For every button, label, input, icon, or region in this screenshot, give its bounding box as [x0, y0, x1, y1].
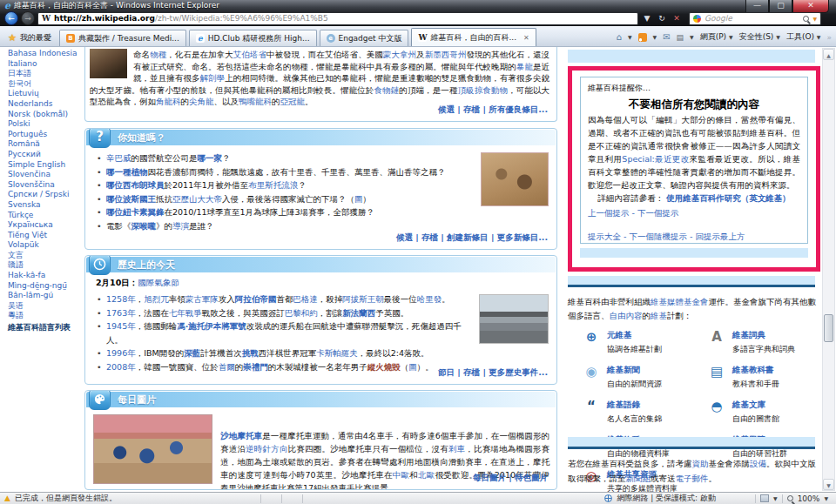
history-item[interactable]: 2008年，韓國一號國寶、位於首爾的崇禮門的木製城樓被一名老年男子縱火燒毀（圖）… [106, 360, 469, 374]
tab-engadget[interactable]: e Engadget 中文版 [320, 30, 409, 46]
tip-body: 因為每個人可以「編輯」大部分的條目，當然帶有偏見、過期、或者不正確的資訊也有可能… [588, 113, 800, 192]
forward-button[interactable]: → [21, 11, 35, 25]
dyk-item[interactable]: 哪位波斯國王抵抗亞歷山大大帝入侵，最後落得國家滅亡的下場？（圖） [106, 192, 469, 206]
tab-wikipedia-active[interactable]: W 維基百科，自由的百科... ✕ [411, 28, 536, 46]
sister-project-item[interactable]: ◉ 維基新聞自由的新聞資源 [582, 363, 693, 390]
sister-project-item[interactable]: A 維基詞典多語言字典和詞典 [707, 328, 819, 355]
featured-article-image[interactable] [90, 49, 127, 78]
language-link[interactable]: Bahasa Indonesia [8, 49, 84, 59]
tools-menu-button[interactable]: 工具(O) ▼ [786, 31, 821, 43]
tip-detail[interactable]: 詳細內容請參看： 使用維基百科作研究（英文維基） [588, 192, 800, 205]
language-link[interactable]: Slovenčina [8, 170, 84, 180]
security-menu-button[interactable]: 安全性(S) ▼ [739, 31, 780, 43]
language-link[interactable]: 贛語 [8, 260, 84, 271]
zoom-level[interactable]: 100% [798, 494, 820, 503]
language-link[interactable]: Italiano [8, 59, 84, 70]
history-item[interactable]: 1763年，法國在七年戰爭戰敗之後，與英國簽訂巴黎和約，割讓新法蘭西予英國。 [106, 306, 469, 320]
right-column-top-strip [568, 50, 815, 63]
favorites-label: 我的最愛 [20, 32, 51, 44]
language-link[interactable]: Bân-lâm-gú [8, 291, 84, 301]
language-link[interactable]: Polski [8, 119, 84, 130]
language-link[interactable]: Русский [8, 150, 84, 160]
wikiquote-icon: “ [582, 398, 601, 417]
search-magnifier-icon[interactable] [803, 16, 809, 22]
tab-close-icon[interactable]: ✕ [523, 34, 529, 42]
search-box[interactable]: Google ▼ [689, 12, 821, 25]
language-link[interactable]: Mìng-dĕ̤ng-ngṳ̄ [8, 281, 84, 292]
scroll-up-icon[interactable]: ▲ [823, 49, 834, 60]
print-icon[interactable]: ▤ [677, 33, 684, 42]
home-icon[interactable]: ⌂ [617, 33, 622, 42]
language-link[interactable]: Hak-kâ-fa [8, 271, 84, 281]
history-item[interactable]: 1258年，旭烈兀率領蒙古軍隊攻入阿拉伯帝國首都巴格達，殺掉阿拔斯王朝最後一位哈… [106, 292, 469, 306]
language-link[interactable]: Українська [8, 220, 84, 231]
back-button[interactable]: ← [4, 11, 18, 25]
language-link[interactable]: Slovenščina [8, 180, 84, 191]
vertical-scrollbar[interactable]: ▲ ▼ [822, 48, 835, 491]
favorites-button[interactable]: ★ 我的最愛 [0, 32, 59, 46]
language-link[interactable]: Tiếng Việt [8, 231, 84, 241]
scroll-down-icon[interactable]: ▼ [823, 479, 834, 490]
featured-footer-links[interactable]: 候選 | 存檔 | 所有優良條目... [438, 104, 548, 116]
language-link[interactable]: 吴语 [8, 301, 84, 312]
language-link[interactable]: Türkçe [8, 211, 84, 221]
language-link[interactable]: 文言 [8, 251, 84, 261]
dyk-item[interactable]: 電影《深喉嚨》的導演是誰？ [106, 219, 469, 233]
sister-project-item[interactable]: ⊕ 元維基協調各維基計劃 [582, 328, 693, 355]
sister-project-item[interactable]: “ 維基語錄名人名言的集錦 [582, 398, 693, 425]
history-image[interactable] [479, 294, 549, 344]
address-bar[interactable]: W http://zh.wikipedia.org/zh-tw/Wikipedi… [37, 12, 638, 25]
home-dropdown-icon[interactable]: ▼ [628, 34, 632, 40]
tip-detail-link[interactable]: 使用維基百科作研究（英文維基） [666, 193, 791, 203]
zoom-dropdown-icon[interactable]: ▼ [824, 495, 828, 501]
rss-icon[interactable] [638, 33, 647, 42]
tab-hdclub[interactable]: e HD.Club 精研視務所 High... [189, 30, 317, 46]
history-footer-links[interactable]: 節日 | 存檔 | 更多歷史事件... [438, 367, 548, 379]
rss-dropdown-icon[interactable]: ▼ [653, 34, 657, 40]
dyk-item[interactable]: 哪位西布朗球員於2011年1月被外借至布里斯托流浪？ [106, 178, 469, 192]
language-link[interactable]: Nederlands [8, 99, 84, 110]
language-link[interactable]: Română [8, 139, 84, 150]
language-link[interactable]: Lietuvių [8, 89, 84, 99]
mail-icon[interactable]: ✉ [663, 33, 670, 42]
language-link[interactable]: 日本語 [8, 69, 84, 79]
address-dropdown-icon[interactable]: ▼ [641, 12, 653, 25]
dyk-image[interactable] [481, 152, 549, 206]
language-link[interactable]: Norsk (bokmål) [8, 110, 84, 120]
language-link[interactable]: Português [8, 130, 84, 140]
language-link[interactable]: Simple English [8, 160, 84, 171]
overflow-chevron-icon[interactable]: » [826, 33, 832, 42]
warning-icon[interactable]: ▲ [4, 494, 10, 502]
language-link[interactable]: Volapük [8, 240, 84, 251]
history-item[interactable]: 1945年，德國郵輪馮·施托伊本將軍號改裝成的運兵船在回航途中遭蘇聯潛艇擊沉，死… [106, 319, 469, 346]
language-link[interactable]: Svenska [8, 200, 84, 211]
page-menu-button[interactable]: 網頁(P) ▼ [700, 31, 733, 43]
sister-project-item[interactable]: ▤ 維基教科書教科書和手冊 [707, 363, 819, 390]
picture-of-day-header: 每日圖片 [86, 392, 556, 407]
potd-footer-links[interactable]: 每日圖片 | 特色圖片 [473, 473, 548, 484]
history-item[interactable]: 1996年，IBM開發的深藍計算機首次挑戰西洋棋世界冠軍卡斯帕羅夫，最終以2:4… [106, 346, 469, 360]
tip-nav-links-2[interactable]: 提示大全 - 下一個隨機提示 - 回提示最上方 [588, 231, 800, 243]
on-this-day-date[interactable]: 2月10日：國際氣象節 [85, 272, 556, 291]
dyk-footer-links[interactable]: 候選 | 存檔 | 創建新條目 | 更多新條目... [396, 232, 548, 244]
tip-nav-links[interactable]: 上一個提示 - 下一個提示 [588, 207, 800, 219]
language-link[interactable]: 한국어 [8, 79, 84, 90]
dyk-item[interactable]: 辛巴威的國營航空公司是哪一家？ [106, 151, 469, 165]
language-link[interactable]: Српски / Srpski [8, 190, 84, 200]
language-list-link[interactable]: 維基百科語言列表 [8, 322, 84, 333]
dyk-item[interactable]: 哪一種植物因花香濃郁而獨特，能飄散遠處，故有十里香、千里香、萬里香、滿山香等之稱… [106, 165, 469, 179]
scrollbar-thumb[interactable] [824, 314, 833, 342]
status-bar: ▲ 已完成，但是網頁發生錯誤。 網際網路 | 受保護模式: 啟動 ▼ 100% … [0, 492, 836, 504]
sister-project-item[interactable]: ◓ 維基文庫自由的圖書館 [707, 398, 819, 425]
print-dropdown-icon[interactable]: ▼ [690, 34, 694, 40]
tab-treasure[interactable]: B 典藏製作 / Treasure Medi... [59, 30, 186, 46]
stop-button[interactable]: ✕ [671, 12, 683, 25]
dyk-item[interactable]: 哪位紐卡素翼鋒在2010/11球季直至1月為球隊上陣3場賽事，全部獲勝？ [106, 205, 469, 219]
did-you-know-header: ? 你知道嗎？ [86, 130, 556, 145]
compatibility-icon[interactable] [760, 494, 769, 502]
refresh-button[interactable]: ↻ [656, 12, 668, 25]
potd-image[interactable] [93, 414, 212, 484]
status-dropdown-icon[interactable]: ▼ [773, 495, 778, 501]
search-dropdown-icon[interactable]: ▼ [812, 16, 817, 22]
language-link[interactable]: 粵語 [8, 311, 84, 321]
